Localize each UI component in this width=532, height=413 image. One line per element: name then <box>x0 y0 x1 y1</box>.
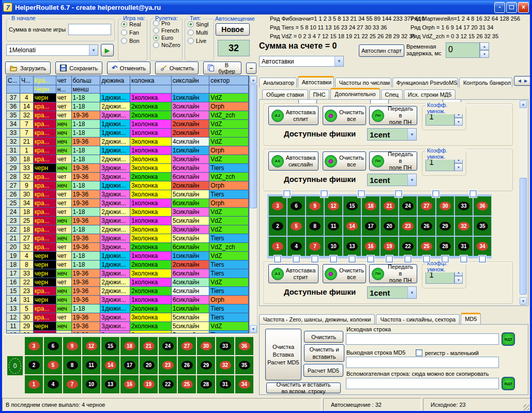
table-row[interactable]: 2534кра...чет19-363дюжи...1колонка6сикла… <box>7 199 249 208</box>
tab-2[interactable]: ПНС <box>309 89 330 99</box>
table-row[interactable]: 188чернчет1-181дюжи...2колонка2сиклайнTi… <box>7 261 249 269</box>
bet-cell-26[interactable]: 26 <box>178 356 196 374</box>
tab-2[interactable]: Автоставки <box>298 76 334 87</box>
bet-cell-32[interactable]: 32 <box>216 356 234 374</box>
autobets-combobox[interactable]: Автоставки ▼ <box>259 56 344 67</box>
md5-calc-icon[interactable]: МД5 <box>501 332 515 346</box>
register-checkbox[interactable] <box>416 349 422 356</box>
radio-option-nozero[interactable]: NoZero <box>153 42 182 48</box>
table-row[interactable]: 2418кра...чет1-182дюжи...3колонка3сиклай… <box>7 208 249 217</box>
street-checkbox-7[interactable] <box>386 255 393 263</box>
radio-option-fan[interactable]: Fan <box>121 29 147 36</box>
tab-scroll-left-icon[interactable]: ◀ <box>518 79 521 83</box>
bet-cell-30[interactable]: 30 <box>197 337 215 355</box>
bet-cell-34[interactable]: 34 <box>235 375 253 393</box>
bet-cell-35[interactable]: 35 <box>235 356 253 374</box>
clear-all-button[interactable]: Очистить все <box>323 264 366 283</box>
table-row[interactable]: 1230кра...чет19-363дюжи...3колонка5сикла… <box>7 313 249 322</box>
street-checkbox-4[interactable] <box>330 255 337 263</box>
md5-source-input[interactable] <box>346 333 499 345</box>
panel-scroll-down-icon[interactable]: ▼ <box>520 297 527 305</box>
clear-all-button[interactable]: Очистить все <box>323 151 366 171</box>
autobet-button[interactable]: A3Автоставка стрит <box>268 264 318 283</box>
table-row[interactable]: 1622чернчет19-362дюжи...1колонка4сиклайн… <box>7 278 249 287</box>
sixline-checkbox-1[interactable] <box>283 190 291 197</box>
table-row[interactable]: 1733черннеч19-363дюжи...3колонка6сиклайн… <box>7 269 249 278</box>
table-row[interactable]: 279кра...неч1-181дюжи...3колонка2сиклайн… <box>7 181 249 190</box>
chevron-down-icon[interactable]: ▼ <box>407 129 416 140</box>
table-row[interactable]: 1129черннеч19-363дюжи...2колонка5сиклайн… <box>7 322 249 331</box>
bet-board-cell-10[interactable]: 10 <box>325 237 342 256</box>
bet-board-cell-17[interactable]: 17 <box>362 217 379 236</box>
bet-cell-19[interactable]: 19 <box>140 375 158 393</box>
bet-board-cell-16[interactable]: 16 <box>362 237 379 256</box>
resize-grip[interactable] <box>523 404 529 410</box>
delay-spin-up-icon[interactable]: ▲ <box>480 42 489 50</box>
table-row[interactable]: 135кра...неч1-181дюжи...2колонка1сиклайн… <box>7 304 249 313</box>
bet-board-cell-32[interactable]: 32 <box>455 217 473 236</box>
bet-board-cell-35[interactable]: 35 <box>474 217 491 236</box>
table-header-row[interactable]: С...Ч...Кра...четбольшдюжинаколонкасиксл… <box>7 76 249 85</box>
bet-board-cell-20[interactable]: 20 <box>381 217 398 236</box>
bet-cell-18[interactable]: 18 <box>120 337 139 355</box>
street-checkbox-3[interactable] <box>311 255 318 263</box>
sixline-checkbox-4[interactable] <box>395 190 402 197</box>
bet-cell-21[interactable]: 21 <box>140 337 158 355</box>
bet-cell-9[interactable]: 9 <box>63 337 81 355</box>
bet-board-cell-11[interactable]: 11 <box>325 217 342 236</box>
bet-cell-7[interactable]: 7 <box>63 375 81 393</box>
tab-1[interactable]: Общие ставки <box>262 89 308 99</box>
scroll-up-icon[interactable]: ▲ <box>250 76 257 84</box>
md5-aux-input[interactable] <box>346 378 499 389</box>
radio-option-bon[interactable]: Bon <box>121 38 147 44</box>
save-button[interactable]: Сохранить <box>55 62 102 74</box>
street-checkbox-11[interactable] <box>460 255 467 263</box>
chip-combobox[interactable]: 1cent▼ <box>367 128 417 141</box>
undo-button[interactable]: ↶ Отменить <box>107 62 150 74</box>
bet-board-cell-29[interactable]: 29 <box>436 217 454 236</box>
tab-1[interactable]: Анализатор <box>259 78 297 87</box>
spins-table[interactable]: С...Ч...Кра...четбольшдюжинаколонкасиксл… <box>6 75 249 333</box>
chevron-down-icon[interactable]: ▼ <box>407 174 416 186</box>
md5-clear-button[interactable]: Очистить <box>304 331 343 343</box>
radio-option-singl[interactable]: Singl <box>188 21 214 27</box>
tab-2[interactable]: Частота - сиклайны, сектора <box>376 314 460 324</box>
play-button[interactable]: ▶ <box>101 44 114 56</box>
tab-5[interactable]: Контроль банкрол <box>459 78 512 87</box>
send-to-pn-button[interactable]: ПНПередать в поле ПН <box>369 264 417 283</box>
tab-4[interactable]: Функционал PsevdoMS <box>392 78 458 87</box>
bet-board-cell-26[interactable]: 26 <box>418 217 435 236</box>
bet-cell-22[interactable]: 22 <box>159 375 177 393</box>
chevron-down-icon[interactable]: ▼ <box>335 56 343 66</box>
sixline-checkbox-6[interactable] <box>469 190 477 197</box>
delay-spin-down-icon[interactable]: ▼ <box>480 50 489 58</box>
bet-cell-10[interactable]: 10 <box>82 375 100 393</box>
delay-value[interactable]: 0 <box>446 42 480 58</box>
buffer-button[interactable]: В буфер <box>203 62 241 74</box>
tab-1[interactable]: Частота - Zero, шансы, дюжины, колонки <box>259 314 375 324</box>
bet-board-cell-31[interactable]: 31 <box>455 237 473 256</box>
coef-spin-down-icon[interactable]: ▼ <box>454 276 463 284</box>
bet-board-cell-30[interactable]: 30 <box>436 196 454 216</box>
chevron-down-icon[interactable]: ▼ <box>89 45 98 55</box>
panel-scrollbar[interactable]: ▲ ▼ <box>520 100 528 305</box>
preset-combobox[interactable]: 1Melonati ▼ <box>6 44 98 56</box>
bet-cell-3[interactable]: 3 <box>25 337 43 355</box>
tab-3[interactable]: MD5 <box>461 313 481 325</box>
close-button[interactable]: × <box>518 2 529 13</box>
bet-board-cell-7[interactable]: 7 <box>306 237 324 256</box>
street-checkbox-8[interactable] <box>404 255 412 263</box>
table-row[interactable]: 3614кра...чет1-182дюжи...2колонка3сиклай… <box>7 102 249 111</box>
table-row[interactable]: 2832кра...чет19-363дюжи...2колонка6сикла… <box>7 173 249 181</box>
autospin-start-button[interactable]: Автоспин старт <box>359 44 404 57</box>
bet-board-cell-6[interactable]: 6 <box>287 196 305 216</box>
bet-board-cell-27[interactable]: 27 <box>418 196 435 216</box>
bet-board-cell-24[interactable]: 24 <box>399 196 417 216</box>
street-checkbox-1[interactable] <box>274 255 281 263</box>
table-row[interactable]: 337кра...неч1-181дюжи...1колонка2сиклайн… <box>7 129 249 137</box>
bet-cell-29[interactable]: 29 <box>197 356 215 374</box>
table-row[interactable]: 1431черннеч19-363дюжи...1колонка6сиклайн… <box>7 296 249 304</box>
bet-board-cell-13[interactable]: 13 <box>343 237 361 256</box>
bet-board-cell-33[interactable]: 33 <box>455 196 473 216</box>
table-row[interactable]: 311кра...неч1-181дюжи...1колонка1сиклайн… <box>7 146 249 155</box>
